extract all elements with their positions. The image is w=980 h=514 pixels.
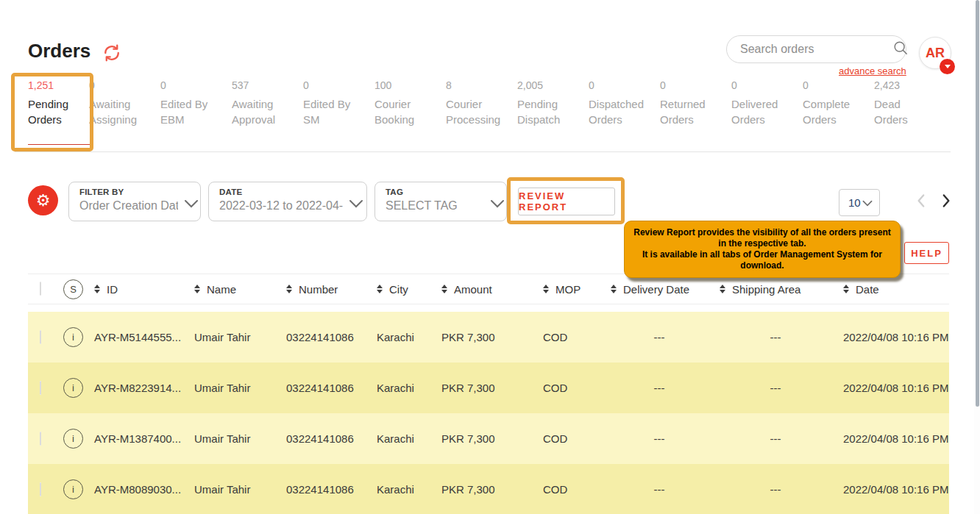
cell-city: Karachi [371,432,436,445]
column-header-mop[interactable]: MOP [555,283,580,296]
tab-edited-by-ebm[interactable]: 0 Edited By EBM [160,79,232,151]
avatar-caret-icon[interactable] [940,59,955,74]
refresh-icon[interactable] [102,43,122,63]
sort-icon[interactable] [377,285,383,294]
cell-shipping-area: --- [714,483,837,496]
chevron-down-icon [343,198,363,211]
scrollbar-thumb[interactable] [976,0,979,407]
tag-value: SELECT TAG [386,199,484,213]
tab-label: Returned Orders [660,96,722,127]
search-input[interactable] [740,43,892,56]
cell-name: Umair Tahir [188,382,280,394]
select-all-checkbox[interactable] [40,282,41,296]
table-row[interactable]: i AYR-M5144555... Umair Tahir 0322414108… [28,312,949,363]
tab-courier-booking[interactable]: 100 Courier Booking [374,79,446,151]
column-header-number[interactable]: Number [299,283,338,296]
avatar-initials: AR [926,46,945,61]
settings-button[interactable]: ⚙ [28,185,58,215]
sort-icon[interactable] [611,285,617,294]
row-checkbox[interactable] [40,330,41,344]
cell-date: 2022/04/08 10:16 PM [837,331,949,343]
tab-label: Dispatched Orders [589,96,650,127]
cell-amount: PKR 7,300 [436,432,537,445]
chevron-down-icon [484,198,505,211]
chevron-left-icon[interactable] [912,191,931,210]
tab-edited-by-sm[interactable]: 0 Edited By SM [303,79,374,151]
cell-amount: PKR 7,300 [436,331,537,343]
table-row[interactable]: i AYR-M8223914... Umair Tahir 0322414108… [28,363,949,413]
cell-date: 2022/04/08 10:16 PM [837,483,949,496]
tab-awaiting-approval[interactable]: 537 Awaiting Approval [232,79,303,151]
cell-id: AYR-M1387400... [88,432,188,445]
info-icon[interactable]: i [63,479,83,499]
select-all-icon[interactable]: S [63,279,83,299]
tab-pending-orders[interactable]: 1,251 Pending Orders [18,79,89,151]
tab-complete-orders[interactable]: 0 Complete Orders [803,79,874,151]
row-checkbox[interactable] [40,482,41,496]
tab-count: 0 [803,79,874,91]
vertical-scrollbar[interactable] [974,0,980,514]
tab-courier-processing[interactable]: 8 Courier Processing [446,79,517,151]
cell-shipping-area: --- [714,331,837,343]
sort-icon[interactable] [843,285,849,294]
tab-label: Pending Dispatch [517,96,579,127]
cell-city: Karachi [371,483,436,496]
column-header-name[interactable]: Name [207,283,236,296]
date-range-dropdown[interactable]: DATE 2022-03-12 to 2022-04-10 [208,182,367,221]
search-icon[interactable] [892,40,909,59]
cell-mop: COD [537,331,605,343]
table-row[interactable]: i AYR-M1387400... Umair Tahir 0322414108… [28,413,949,464]
tab-label: Dead Orders [874,96,936,127]
tab-dispatched-orders[interactable]: 0 Dispatched Orders [589,79,660,151]
sort-icon[interactable] [720,285,725,294]
tab-label: Delivered Orders [731,96,793,127]
tab-pending-dispatch[interactable]: 2,005 Pending Dispatch [517,79,589,151]
review-report-button[interactable]: REVIEW REPORT [518,188,615,215]
column-header-id[interactable]: ID [107,283,118,296]
tab-label: Edited By EBM [160,96,222,127]
column-header-date[interactable]: Date [856,283,879,296]
search-bar [726,35,906,63]
filter-by-dropdown[interactable]: FILTER BY Order Creation Date [68,182,201,221]
table-row[interactable]: i AYR-M8089030... Umair Tahir 0322414108… [28,464,949,514]
tab-label: Pending Orders [28,96,90,127]
tab-awaiting-assigning[interactable]: 0 Awaiting Assigning [89,79,160,151]
filter-by-label: FILTER BY [79,188,178,196]
info-icon[interactable]: i [63,378,83,398]
sort-icon[interactable] [286,285,292,294]
sort-icon[interactable] [543,285,549,294]
cell-amount: PKR 7,300 [436,382,537,394]
cell-mop: COD [537,382,605,394]
filter-by-value: Order Creation Date [79,199,178,213]
row-checkbox[interactable] [40,381,41,395]
tab-delivered-orders[interactable]: 0 Delivered Orders [731,79,803,151]
column-header-shipping-area[interactable]: Shipping Area [732,283,800,296]
chevron-right-icon[interactable] [936,191,955,210]
cell-number: 03224141086 [280,331,371,343]
tab-count: 0 [731,79,803,91]
info-icon[interactable]: i [63,429,83,449]
info-icon[interactable]: i [63,327,83,347]
tab-label: Courier Booking [374,96,436,127]
tab-label: Courier Processing [446,96,508,127]
column-header-amount[interactable]: Amount [454,283,492,296]
column-header-city[interactable]: City [389,283,408,296]
cell-city: Karachi [371,382,436,394]
tab-returned-orders[interactable]: 0 Returned Orders [660,79,731,151]
page-size-dropdown[interactable]: 10 [839,189,880,216]
advance-search-link[interactable]: advance search [839,65,906,76]
help-button[interactable]: HELP [904,242,949,264]
column-header-delivery-date[interactable]: Delivery Date [623,283,689,296]
tab-dead-orders[interactable]: 2,423 Dead Orders [874,79,945,151]
sort-icon[interactable] [441,285,447,294]
cell-name: Umair Tahir [188,331,280,343]
date-value: 2022-03-12 to 2022-04-10 [219,199,343,213]
cell-id: AYR-M8089030... [88,483,188,496]
row-checkbox[interactable] [40,432,41,446]
cell-shipping-area: --- [714,382,837,394]
cell-id: AYR-M8223914... [88,382,188,394]
tag-dropdown[interactable]: TAG SELECT TAG [374,182,507,221]
sort-icon[interactable] [194,285,200,294]
cell-date: 2022/04/08 10:16 PM [837,432,949,445]
sort-icon[interactable] [94,285,100,294]
